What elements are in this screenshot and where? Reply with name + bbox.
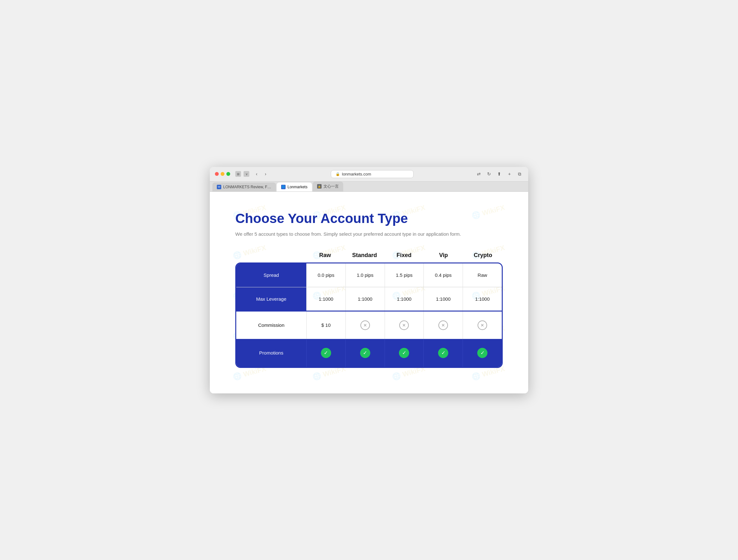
tab-label-1: LONMARKETS Review, Forex Broker&Trading … [223, 185, 272, 189]
check-icon-standard: ✓ [360, 348, 370, 358]
account-table-wrap: Raw Standard Fixed Vip Crypto Spread 0.0… [235, 252, 503, 368]
tab-label-2: Lonmarkets [288, 185, 308, 189]
lock-icon: 🔒 [336, 172, 340, 176]
cell-spread-raw: 0.0 pips [306, 263, 345, 287]
cell-spread-crypto: Raw [463, 263, 502, 287]
check-icon-crypto: ✓ [477, 348, 487, 358]
tab-favicon-1: W [217, 185, 221, 189]
tab-lonmarkets[interactable]: 🌐 Lonmarkets [277, 183, 312, 192]
translate-icon[interactable]: ⇄ [475, 171, 482, 178]
address-bar: 🔒 lonmarkets.com [273, 170, 471, 178]
cell-spread-fixed: 1.5 pips [385, 263, 424, 287]
toolbar-right: ⇄ ↻ ⬆ + ⧉ [475, 171, 523, 178]
cell-commission-standard: ✕ [345, 311, 385, 339]
tab-lonmarkets-review[interactable]: W LONMARKETS Review, Forex Broker&Tradin… [212, 183, 276, 192]
label-commission: Commission [236, 311, 306, 339]
cell-promotions-raw: ✓ [306, 339, 345, 367]
col-header-standard: Standard [345, 252, 384, 259]
maximize-button[interactable] [226, 172, 230, 176]
sidebar-toggle[interactable]: ⊞ [235, 171, 241, 177]
cell-leverage-raw: 1:1000 [306, 287, 345, 311]
cell-leverage-standard: 1:1000 [345, 287, 385, 311]
browser-window: ⊞ ∨ ‹ › 🔒 lonmarkets.com ⇄ ↻ ⬆ + ⧉ W LON… [210, 167, 528, 393]
new-tab-icon[interactable]: + [506, 171, 513, 178]
cell-promotions-fixed: ✓ [385, 339, 424, 367]
cell-commission-crypto: ✕ [463, 311, 502, 339]
title-bar: ⊞ ∨ ‹ › 🔒 lonmarkets.com ⇄ ↻ ⬆ + ⧉ [210, 167, 528, 182]
cell-promotions-vip: ✓ [423, 339, 463, 367]
refresh-icon[interactable]: ↻ [485, 171, 492, 178]
col-header-fixed: Fixed [384, 252, 424, 259]
col-header-empty [235, 252, 305, 259]
page-subtitle: We offer 5 account types to choose from.… [235, 231, 503, 237]
window-controls: ⊞ ∨ [235, 171, 249, 177]
row-leverage: Max Leverage 1:1000 1:1000 1:1000 1:1000… [236, 287, 502, 311]
minimize-button[interactable] [221, 172, 225, 176]
tab-favicon-2: 🌐 [281, 185, 286, 189]
col-header-crypto: Crypto [463, 252, 503, 259]
page-title: Choose Your Account Type [235, 211, 503, 226]
label-leverage: Max Leverage [236, 287, 306, 311]
cell-leverage-crypto: 1:1000 [463, 287, 502, 311]
cell-leverage-fixed: 1:1000 [385, 287, 424, 311]
column-headers: Raw Standard Fixed Vip Crypto [235, 252, 503, 263]
account-table: Spread 0.0 pips 1.0 pips 1.5 pips 0.4 pi… [235, 263, 503, 368]
x-icon-standard: ✕ [360, 320, 370, 330]
check-icon-vip: ✓ [438, 348, 448, 358]
row-commission: Commission $ 10 ✕ ✕ ✕ ✕ [236, 311, 502, 339]
back-button[interactable]: ‹ [253, 171, 260, 178]
cell-promotions-crypto: ✓ [463, 339, 502, 367]
tab-wenxin[interactable]: 🔒 文心一言 [313, 182, 343, 192]
cell-commission-vip: ✕ [423, 311, 463, 339]
cell-commission-fixed: ✕ [385, 311, 424, 339]
cell-leverage-vip: 1:1000 [423, 287, 463, 311]
row-spread: Spread 0.0 pips 1.0 pips 1.5 pips 0.4 pi… [236, 263, 502, 287]
x-icon-vip: ✕ [438, 320, 448, 330]
nav-arrows: ‹ › [253, 171, 269, 178]
tab-overview[interactable]: ∨ [244, 171, 249, 177]
close-button[interactable] [215, 172, 219, 176]
forward-button[interactable]: › [262, 171, 269, 178]
tabs-bar: W LONMARKETS Review, Forex Broker&Tradin… [210, 182, 528, 192]
label-spread: Spread [236, 263, 306, 287]
share-icon[interactable]: ⬆ [496, 171, 503, 178]
split-view-icon[interactable]: ⧉ [516, 171, 523, 178]
page-content: 🌐 WikiFX 🌐 WikiFX 🌐 WikiFX 🌐 WikiFX 🌐 Wi… [210, 192, 528, 393]
cell-commission-raw: $ 10 [306, 311, 345, 339]
label-promotions: Promotions [236, 339, 306, 367]
check-icon-fixed: ✓ [399, 348, 409, 358]
tab-favicon-3: 🔒 [317, 184, 322, 189]
check-icon-raw: ✓ [321, 348, 331, 358]
url-text: lonmarkets.com [342, 172, 371, 177]
x-icon-fixed: ✕ [399, 320, 409, 330]
cell-promotions-standard: ✓ [345, 339, 385, 367]
cell-spread-vip: 0.4 pips [423, 263, 463, 287]
x-icon-crypto: ✕ [477, 320, 487, 330]
col-header-vip: Vip [424, 252, 463, 259]
row-promotions: Promotions ✓ ✓ ✓ ✓ ✓ [236, 339, 502, 367]
url-input[interactable]: 🔒 lonmarkets.com [331, 170, 414, 178]
col-header-raw: Raw [305, 252, 345, 259]
cell-spread-standard: 1.0 pips [345, 263, 385, 287]
tab-label-3: 文心一言 [324, 184, 339, 189]
traffic-lights [215, 172, 230, 176]
